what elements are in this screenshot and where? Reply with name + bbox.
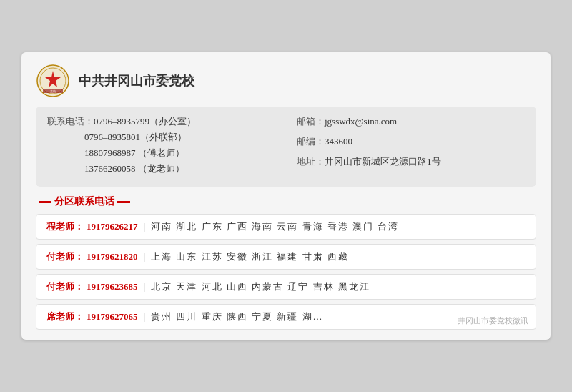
teacher-name: 席老师： xyxy=(46,310,84,323)
teacher-phone: 19179623685 xyxy=(87,281,138,293)
phone-row-2: 0796–8935801（外联部） xyxy=(47,131,275,144)
phone-label: 联系电话： xyxy=(47,115,94,128)
teacher-name: 程老师： xyxy=(46,220,84,233)
phone-row-1: 联系电话： 0796–8935799（办公室） xyxy=(47,115,275,128)
svg-text:党校: 党校 xyxy=(50,89,56,93)
info-left: 联系电话： 0796–8935799（办公室） 0796–8935801（外联部… xyxy=(47,115,275,178)
separator: | xyxy=(144,221,146,232)
phone1: 0796–8935799（办公室） xyxy=(94,115,196,128)
email: jgsswdx@sina.com xyxy=(325,116,397,127)
contact-blocks: 程老师：19179626217|河南 湖北 广东 广西 海南 云南 青海 香港 … xyxy=(36,214,536,330)
regions: 河南 湖北 广东 广西 海南 云南 青海 香港 澳门 台湾 xyxy=(151,220,399,233)
phone3: 18807968987 （傅老师） xyxy=(84,147,184,160)
main-card: 党校 中共井冈山市委党校 联系电话： 0796–8935799（办公室） 079… xyxy=(21,52,551,340)
separator: | xyxy=(144,311,146,323)
logo-icon: 党校 xyxy=(36,64,70,98)
org-name: 中共井冈山市委党校 xyxy=(79,72,194,89)
contact-row: 付老师：19179623685|北京 天津 河北 山西 内蒙古 辽宁 吉林 黑龙… xyxy=(36,274,536,300)
postcode-row: 邮编： 343600 xyxy=(297,135,525,148)
email-label: 邮箱： xyxy=(297,115,325,128)
teacher-phone: 19179626217 xyxy=(87,221,138,232)
teacher-name: 付老师： xyxy=(46,250,84,263)
separator: | xyxy=(144,281,146,293)
address-row: 地址： 井冈山市新城区龙源口路1号 xyxy=(297,155,525,168)
header: 党校 中共井冈山市委党校 xyxy=(36,64,536,98)
regions: 北京 天津 河北 山西 内蒙古 辽宁 吉林 黑龙江 xyxy=(151,280,370,293)
info-right: 邮箱： jgsswdx@sina.com 邮编： 343600 地址： 井冈山市… xyxy=(297,115,525,178)
separator: | xyxy=(144,251,146,263)
title-line-right xyxy=(117,201,130,203)
email-row: 邮箱： jgsswdx@sina.com xyxy=(297,115,525,128)
teacher-name: 付老师： xyxy=(46,280,84,293)
phone-row-4: 13766260058 （龙老师） xyxy=(47,162,275,175)
title-line-left xyxy=(39,201,51,203)
phone4: 13766260058 （龙老师） xyxy=(84,162,184,175)
regions: 贵州 四川 重庆 陕西 宁夏 新疆 湖… xyxy=(151,310,324,323)
teacher-phone: 19179627065 xyxy=(87,311,138,323)
teacher-phone: 19179621820 xyxy=(87,251,138,263)
contact-row: 程老师：19179626217|河南 湖北 广东 广西 海南 云南 青海 香港 … xyxy=(36,214,536,240)
contact-row: 付老师：19179621820|上海 山东 江苏 安徽 浙江 福建 甘肃 西藏 xyxy=(36,244,536,270)
phone2: 0796–8935801（外联部） xyxy=(84,131,187,144)
info-section: 联系电话： 0796–8935799（办公室） 0796–8935801（外联部… xyxy=(36,107,536,187)
address: 井冈山市新城区龙源口路1号 xyxy=(325,155,441,168)
section-title: 分区联系电话 xyxy=(36,195,536,208)
postcode: 343600 xyxy=(325,136,352,147)
watermark: 井冈山市委党校微讯 xyxy=(458,315,528,326)
regions: 上海 山东 江苏 安徽 浙江 福建 甘肃 西藏 xyxy=(151,250,349,263)
address-label: 地址： xyxy=(297,155,325,168)
section-title-text: 分区联系电话 xyxy=(54,195,114,208)
phone-row-3: 18807968987 （傅老师） xyxy=(47,147,275,160)
contact-row: 席老师：19179627065|贵州 四川 重庆 陕西 宁夏 新疆 湖…井冈山市… xyxy=(36,304,536,330)
postcode-label: 邮编： xyxy=(297,135,325,148)
